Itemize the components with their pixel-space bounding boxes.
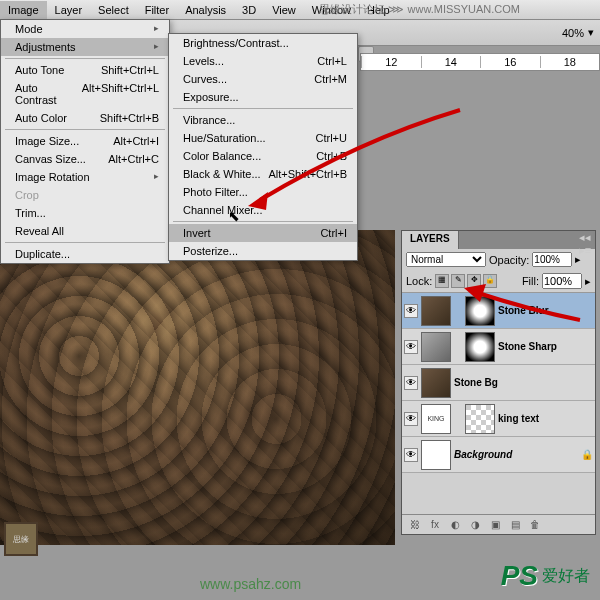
menu-canvas-size[interactable]: Canvas Size...Alt+Ctrl+C <box>1 150 169 168</box>
menu-adjustments[interactable]: Adjustments <box>1 38 169 56</box>
lock-position-icon[interactable]: ✥ <box>467 274 481 288</box>
separator <box>5 242 165 243</box>
zoom-value[interactable]: 40% <box>562 27 584 39</box>
watermark-bottom-right: PS 爱好者 <box>501 560 590 592</box>
layer-king-text[interactable]: 👁 KING king text <box>402 401 595 437</box>
menu-levels[interactable]: Levels...Ctrl+L <box>169 52 357 70</box>
ps-text: 爱好者 <box>542 566 590 587</box>
menu-mode[interactable]: Mode <box>1 20 169 38</box>
separator <box>5 129 165 130</box>
rock-texture-image <box>0 230 395 545</box>
menu-crop: Crop <box>1 186 169 204</box>
layer-name[interactable]: Stone Bg <box>454 377 593 388</box>
logo-badge: 思缘 <box>4 522 38 556</box>
fill-label: Fill: <box>522 275 539 287</box>
layer-stone-blur[interactable]: 👁 Stone Blur <box>402 293 595 329</box>
separator <box>173 221 353 222</box>
image-menu-dropdown: Mode Adjustments Auto ToneShift+Ctrl+L A… <box>0 19 170 264</box>
fill-input[interactable] <box>542 273 582 289</box>
lock-label: Lock: <box>406 275 432 287</box>
lock-pixels-icon[interactable]: ✎ <box>451 274 465 288</box>
layer-thumbnail[interactable]: KING <box>421 404 451 434</box>
menu-invert[interactable]: InvertCtrl+I <box>169 224 357 242</box>
ruler-tick: 16 <box>480 56 540 68</box>
ruler-tick: 12 <box>361 56 421 68</box>
menu-image-size[interactable]: Image Size...Alt+Ctrl+I <box>1 132 169 150</box>
layer-name[interactable]: Stone Blur <box>498 305 593 316</box>
layers-list: 👁 Stone Blur 👁 Stone Sharp 👁 Stone Bg 👁 … <box>402 293 595 473</box>
layer-thumbnail[interactable] <box>421 368 451 398</box>
mask-icon[interactable]: ◐ <box>448 518 462 532</box>
menu-channel-mixer[interactable]: Channel Mixer... <box>169 201 357 219</box>
separator <box>5 58 165 59</box>
opacity-label: Opacity: <box>489 254 529 266</box>
layer-stone-bg[interactable]: 👁 Stone Bg <box>402 365 595 401</box>
lock-transparency-icon[interactable]: ▦ <box>435 274 449 288</box>
group-icon[interactable]: ▣ <box>488 518 502 532</box>
ruler-tick: 14 <box>421 56 481 68</box>
layer-thumbnail[interactable] <box>421 440 451 470</box>
visibility-icon[interactable]: 👁 <box>404 376 418 390</box>
visibility-icon[interactable]: 👁 <box>404 304 418 318</box>
layers-panel-footer: ⛓ fx ◐ ◑ ▣ ▤ 🗑 <box>402 514 595 534</box>
menu-reveal-all[interactable]: Reveal All <box>1 222 169 240</box>
layers-tab[interactable]: LAYERS <box>402 231 459 249</box>
fill-flyout-icon[interactable]: ▸ <box>585 275 591 288</box>
lock-all-icon[interactable]: 🔒 <box>483 274 497 288</box>
mask-thumbnail[interactable] <box>465 296 495 326</box>
visibility-icon[interactable]: 👁 <box>404 412 418 426</box>
menu-select[interactable]: Select <box>90 1 137 19</box>
fx-icon[interactable]: fx <box>428 518 442 532</box>
visibility-icon[interactable]: 👁 <box>404 340 418 354</box>
mask-thumbnail[interactable] <box>465 404 495 434</box>
panel-menu-icon[interactable]: ◂◂ ▸≡ <box>575 231 595 249</box>
layer-thumbnail[interactable] <box>421 332 451 362</box>
menu-hue-saturation[interactable]: Hue/Saturation...Ctrl+U <box>169 129 357 147</box>
menu-filter[interactable]: Filter <box>137 1 177 19</box>
menu-exposure[interactable]: Exposure... <box>169 88 357 106</box>
delete-layer-icon[interactable]: 🗑 <box>528 518 542 532</box>
layer-stone-sharp[interactable]: 👁 Stone Sharp <box>402 329 595 365</box>
layer-name[interactable]: Background <box>454 449 578 460</box>
menu-layer[interactable]: Layer <box>47 1 91 19</box>
menu-trim[interactable]: Trim... <box>1 204 169 222</box>
new-layer-icon[interactable]: ▤ <box>508 518 522 532</box>
menu-3d[interactable]: 3D <box>234 1 264 19</box>
opacity-flyout-icon[interactable]: ▸ <box>575 253 581 266</box>
ps-logo: PS <box>501 560 538 592</box>
mask-thumbnail[interactable] <box>465 332 495 362</box>
menu-image-rotation[interactable]: Image Rotation <box>1 168 169 186</box>
visibility-icon[interactable]: 👁 <box>404 448 418 462</box>
blend-mode-select[interactable]: Normal <box>406 252 486 267</box>
layer-name[interactable]: king text <box>498 413 593 424</box>
adjustment-layer-icon[interactable]: ◑ <box>468 518 482 532</box>
menu-auto-color[interactable]: Auto ColorShift+Ctrl+B <box>1 109 169 127</box>
layers-panel: LAYERS ◂◂ ▸≡ Normal Opacity: ▸ Lock: ▦ ✎… <box>401 230 596 535</box>
ruler-tick: 18 <box>540 56 600 68</box>
menu-auto-tone[interactable]: Auto ToneShift+Ctrl+L <box>1 61 169 79</box>
ruler-horizontal: 12 14 16 18 <box>360 53 600 71</box>
menu-view[interactable]: View <box>264 1 304 19</box>
opacity-input[interactable] <box>532 252 572 267</box>
menu-image[interactable]: Image <box>0 1 47 19</box>
watermark-url: www.psahz.com <box>200 576 301 592</box>
menu-curves[interactable]: Curves...Ctrl+M <box>169 70 357 88</box>
layer-name[interactable]: Stone Sharp <box>498 341 593 352</box>
menu-vibrance[interactable]: Vibrance... <box>169 111 357 129</box>
menu-analysis[interactable]: Analysis <box>177 1 234 19</box>
menu-posterize[interactable]: Posterize... <box>169 242 357 260</box>
layer-background[interactable]: 👁 Background 🔒 <box>402 437 595 473</box>
link-layers-icon[interactable]: ⛓ <box>408 518 422 532</box>
menu-color-balance[interactable]: Color Balance...Ctrl+B <box>169 147 357 165</box>
menu-photo-filter[interactable]: Photo Filter... <box>169 183 357 201</box>
menu-auto-contrast[interactable]: Auto ContrastAlt+Shift+Ctrl+L <box>1 79 169 109</box>
zoom-dropdown-icon[interactable]: ▾ <box>588 26 594 39</box>
separator <box>173 108 353 109</box>
document-canvas[interactable] <box>0 230 395 545</box>
lock-icon: 🔒 <box>581 449 593 460</box>
layer-thumbnail[interactable] <box>421 296 451 326</box>
menu-black-white[interactable]: Black & White...Alt+Shift+Ctrl+B <box>169 165 357 183</box>
menu-brightness-contrast[interactable]: Brightness/Contrast... <box>169 34 357 52</box>
adjustments-submenu: Brightness/Contrast... Levels...Ctrl+L C… <box>168 33 358 261</box>
menu-duplicate[interactable]: Duplicate... <box>1 245 169 263</box>
